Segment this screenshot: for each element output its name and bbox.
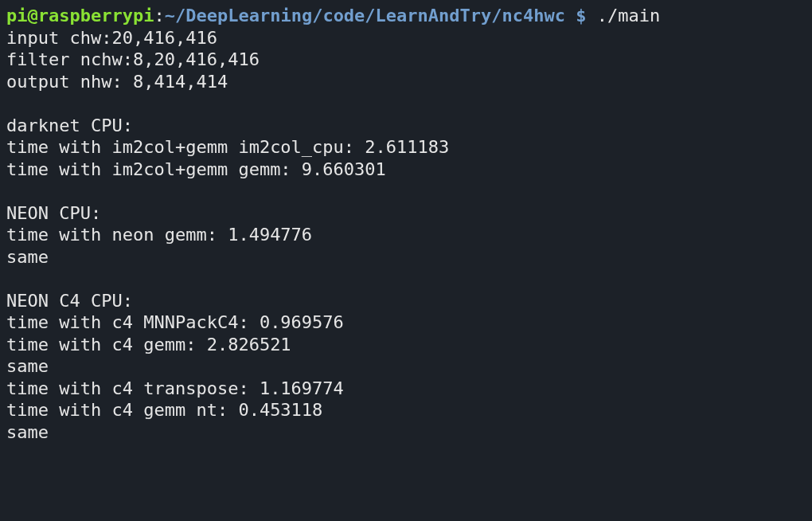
output-line: NEON C4 CPU: — [6, 291, 133, 311]
output-line: input chw:20,416,416 — [6, 28, 217, 48]
output-line: time with c4 gemm nt: 0.453118 — [6, 400, 322, 420]
prompt-host: raspberrypi — [38, 6, 154, 25]
prompt-user: pi — [6, 6, 28, 25]
prompt-dollar: $ — [565, 6, 597, 25]
output-line: time with im2col+gemm gemm: 9.660301 — [6, 159, 386, 179]
terminal-window[interactable]: pi@raspberrypi:~/DeepLearning/code/Learn… — [6, 5, 806, 443]
prompt-path: ~/DeepLearning/code/LearnAndTry/nc4hwc — [165, 6, 565, 25]
output-line: same — [6, 247, 49, 267]
prompt-at: @ — [28, 6, 38, 25]
output-line: darknet CPU: — [6, 116, 133, 135]
output-line: time with neon gemm: 1.494776 — [6, 225, 312, 245]
output-line: time with im2col+gemm im2col_cpu: 2.6111… — [6, 137, 449, 157]
prompt-colon: : — [154, 6, 164, 25]
output-line: same — [6, 356, 49, 376]
output-line: time with c4 MNNPackC4: 0.969576 — [6, 312, 344, 332]
output-line: time with c4 gemm: 2.826521 — [6, 335, 291, 355]
command-input: ./main — [597, 6, 660, 25]
output-line: filter nchw:8,20,416,416 — [6, 49, 260, 69]
output-line: NEON CPU: — [6, 203, 101, 223]
output-line: output nhw: 8,414,414 — [6, 72, 228, 92]
output-line: same — [6, 422, 49, 442]
output-line: time with c4 transpose: 1.169774 — [6, 378, 344, 398]
